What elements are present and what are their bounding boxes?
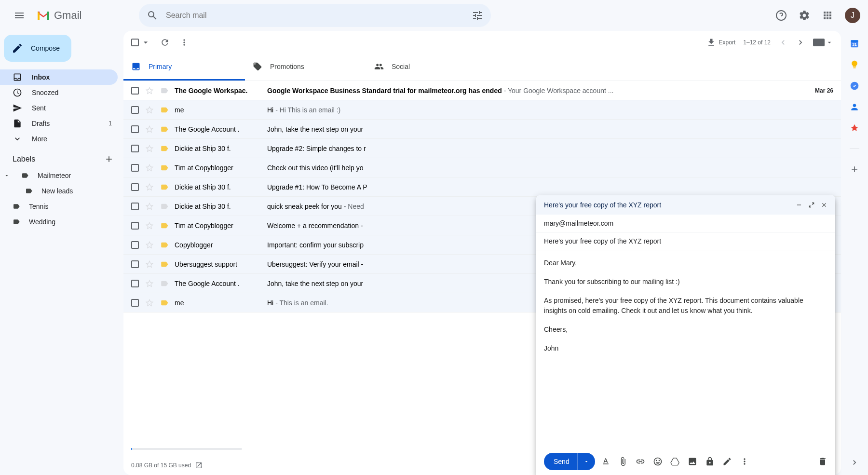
compose-subject-field[interactable]: Here's your free copy of the XYZ report <box>536 232 835 250</box>
collapse-panel-icon[interactable] <box>850 458 859 467</box>
expand-icon[interactable] <box>808 202 815 208</box>
attach-file-icon[interactable] <box>618 457 628 466</box>
apps-button[interactable] <box>818 6 837 25</box>
email-row[interactable]: The Google Account . John, take the next… <box>123 120 841 139</box>
select-all-checkbox[interactable] <box>131 39 139 46</box>
star-icon[interactable] <box>145 86 154 95</box>
label-item-mailmeteor[interactable]: Mailmeteor <box>0 168 118 183</box>
row-checkbox[interactable] <box>131 145 139 152</box>
row-checkbox[interactable] <box>131 203 139 210</box>
label-item-new-leads[interactable]: New leads <box>0 183 118 199</box>
row-checkbox[interactable] <box>131 106 139 114</box>
refresh-icon[interactable] <box>160 38 170 47</box>
important-marker-icon[interactable] <box>160 125 169 134</box>
sidebar-item-drafts[interactable]: Drafts1 <box>0 116 118 131</box>
star-icon[interactable] <box>145 105 154 115</box>
open-in-new-icon[interactable] <box>195 461 203 469</box>
search-input[interactable] <box>166 11 464 20</box>
important-marker-icon[interactable] <box>160 241 169 249</box>
send-options-arrow[interactable] <box>577 453 595 470</box>
email-row[interactable]: The Google Workspac. Google Workspace Bu… <box>123 81 841 100</box>
label-item-wedding[interactable]: Wedding <box>0 214 118 230</box>
star-icon[interactable] <box>145 144 154 153</box>
row-checkbox[interactable] <box>131 164 139 172</box>
close-icon[interactable] <box>821 202 827 208</box>
row-checkbox[interactable] <box>131 125 139 133</box>
star-icon[interactable] <box>145 221 154 231</box>
tune-icon[interactable] <box>472 10 483 21</box>
pen-icon[interactable] <box>722 457 732 466</box>
important-marker-icon[interactable] <box>160 144 169 153</box>
star-icon[interactable] <box>145 279 154 288</box>
input-tools-button[interactable] <box>813 39 833 46</box>
important-marker-icon[interactable] <box>160 260 169 269</box>
add-addon-icon[interactable] <box>850 164 859 174</box>
important-marker-icon[interactable] <box>160 183 169 191</box>
tab-promotions[interactable]: Promotions <box>245 54 366 81</box>
star-icon[interactable] <box>145 298 154 308</box>
tasks-icon[interactable] <box>850 81 859 91</box>
dropdown-arrow-icon[interactable] <box>141 38 150 47</box>
logo-area[interactable]: Gmail <box>37 9 133 22</box>
next-page-icon[interactable] <box>796 38 805 47</box>
compose-header[interactable]: Here's your free copy of the XYZ report <box>536 195 835 215</box>
sidebar-item-sent[interactable]: Sent <box>0 100 118 116</box>
send-button[interactable]: Send <box>544 453 595 470</box>
important-marker-icon[interactable] <box>160 202 169 211</box>
addon-icon[interactable] <box>850 123 859 133</box>
compose-body[interactable]: Dear Mary, Thank you for subscribing to … <box>536 250 835 448</box>
star-icon[interactable] <box>145 202 154 211</box>
link-icon[interactable] <box>636 457 645 466</box>
main-menu-button[interactable] <box>8 4 31 27</box>
search-bar[interactable] <box>139 4 491 27</box>
email-row[interactable]: Dickie at Ship 30 f. Upgrade #2: Simple … <box>123 139 841 158</box>
calendar-icon[interactable]: 31 <box>850 39 859 48</box>
emoji-icon[interactable] <box>653 457 663 466</box>
lock-icon[interactable] <box>705 457 715 466</box>
row-checkbox[interactable] <box>131 87 139 95</box>
star-icon[interactable] <box>145 182 154 192</box>
row-checkbox[interactable] <box>131 280 139 287</box>
tab-social[interactable]: Social <box>366 54 488 81</box>
email-row[interactable]: Tim at Copyblogger Check out this video … <box>123 158 841 177</box>
important-marker-icon[interactable] <box>160 299 169 307</box>
star-icon[interactable] <box>145 163 154 173</box>
important-marker-icon[interactable] <box>160 163 169 172</box>
star-icon[interactable] <box>145 240 154 250</box>
important-marker-icon[interactable] <box>160 279 169 288</box>
star-icon[interactable] <box>145 259 154 269</box>
contacts-icon[interactable] <box>850 102 859 112</box>
row-checkbox[interactable] <box>131 260 139 268</box>
email-row[interactable]: me Hi - Hi This is an email :) <box>123 100 841 120</box>
export-button[interactable]: Export <box>706 38 736 47</box>
sidebar-item-inbox[interactable]: Inbox <box>0 69 118 85</box>
row-checkbox[interactable] <box>131 299 139 307</box>
row-checkbox[interactable] <box>131 241 139 249</box>
settings-button[interactable] <box>795 6 814 25</box>
important-marker-icon[interactable] <box>160 106 169 114</box>
account-avatar[interactable]: J <box>845 8 860 23</box>
discard-draft-icon[interactable] <box>818 457 827 466</box>
sidebar-item-snoozed[interactable]: Snoozed <box>0 85 118 100</box>
drive-icon[interactable] <box>670 457 680 466</box>
tab-primary[interactable]: Primary <box>123 54 245 81</box>
help-button[interactable] <box>772 6 791 25</box>
minimize-icon[interactable] <box>796 202 802 208</box>
more-vert-icon[interactable] <box>740 457 749 466</box>
text-format-icon[interactable] <box>601 457 610 466</box>
email-row[interactable]: Dickie at Ship 30 f. Upgrade #1: How To … <box>123 177 841 197</box>
add-label-icon[interactable] <box>104 154 114 164</box>
compose-button[interactable]: Compose <box>4 35 71 62</box>
label-item-tennis[interactable]: Tennis <box>0 199 118 214</box>
row-checkbox[interactable] <box>131 183 139 191</box>
keep-icon[interactable] <box>850 60 859 69</box>
image-icon[interactable] <box>688 457 697 466</box>
important-marker-icon[interactable] <box>160 86 169 95</box>
prev-page-icon[interactable] <box>778 38 788 47</box>
sidebar-item-more[interactable]: More <box>0 131 118 147</box>
star-icon[interactable] <box>145 124 154 134</box>
more-vert-icon[interactable] <box>179 38 189 47</box>
compose-to-field[interactable]: mary@mailmeteor.com <box>536 215 835 232</box>
row-checkbox[interactable] <box>131 222 139 230</box>
important-marker-icon[interactable] <box>160 221 169 230</box>
